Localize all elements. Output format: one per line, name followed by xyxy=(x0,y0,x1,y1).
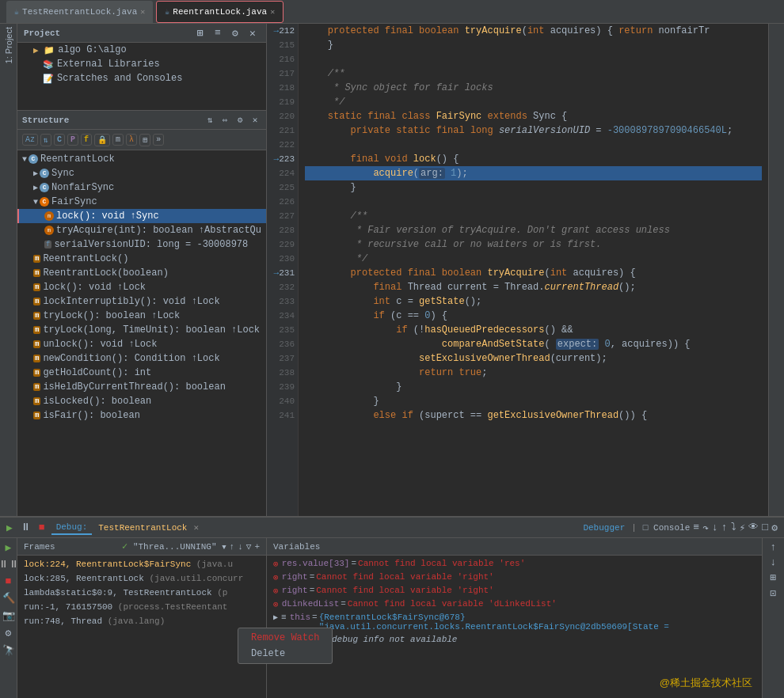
struct-reentrantlock[interactable]: ▼ C ReentrantLock xyxy=(17,152,266,166)
tab-test-reentrant[interactable]: ☕ TestReentrantLock.java ✕ xyxy=(6,1,153,23)
frame-down-btn[interactable]: ↓ xyxy=(238,542,243,552)
filter-more[interactable]: » xyxy=(153,134,164,146)
frame-item-4[interactable]: run:748, Thread (java.lang) xyxy=(17,613,266,627)
debug-step-into[interactable]: ↓ xyxy=(712,522,718,533)
filter-f[interactable]: f xyxy=(81,134,92,146)
step-pause-btn[interactable]: ⏸⏸ xyxy=(0,559,19,571)
filter-expand[interactable]: ⊞ xyxy=(139,134,150,146)
debug-session-close[interactable]: ✕ xyxy=(193,522,199,533)
frame-thread-dropdown[interactable]: ✓ "Threa...UNNING" ▼ xyxy=(122,541,226,552)
struct-label: Sync xyxy=(51,168,74,179)
struct-sort-icon[interactable]: ⇅ xyxy=(204,115,216,125)
context-menu: Remove Watch Delete xyxy=(238,628,333,664)
frame-item-2[interactable]: lambda$static$0:9, TestReentrantLock (p xyxy=(17,584,266,598)
struct-lock-pub[interactable]: m lock(): void ↑Lock xyxy=(17,280,266,294)
frame-item-1[interactable]: lock:285, ReentrantLock (java.util.concu… xyxy=(17,570,266,584)
struct-label: ReentrantLock xyxy=(40,154,115,165)
struct-fairsync[interactable]: ▼ C FairSync xyxy=(17,195,266,209)
struct-label: lockInterruptibly(): void ↑Lock xyxy=(43,296,219,307)
project-settings-icon[interactable]: ⚙ xyxy=(228,27,242,40)
project-expand-icon[interactable]: ⊞ xyxy=(193,27,207,40)
debug-stop-btn[interactable]: ■ xyxy=(39,522,45,533)
stop-btn[interactable]: ■ xyxy=(6,575,12,587)
context-remove-watch[interactable]: Remove Watch xyxy=(238,630,332,646)
expand-arrow-var[interactable]: ▶ xyxy=(273,613,278,622)
tab-test-close[interactable]: ✕ xyxy=(140,7,145,17)
context-delete[interactable]: Delete xyxy=(238,646,332,662)
structure-toolbar: Structure ⇅ ⇔ ⚙ ✕ xyxy=(17,111,266,130)
filter-p[interactable]: P xyxy=(67,134,78,146)
filter-sort-alpha[interactable]: Az xyxy=(22,134,38,146)
filter-c[interactable]: C xyxy=(54,134,65,146)
frame-item-3[interactable]: run:-1, 716157500 (process.TestReentant xyxy=(17,598,266,613)
struct-islocked[interactable]: m isLocked(): boolean xyxy=(17,394,266,408)
struct-tryacquire[interactable]: m tryAcquire(int): boolean ↑AbstractQu xyxy=(17,223,266,237)
project-algo-item[interactable]: ▶ 📁 algo G:\algo xyxy=(17,43,266,57)
code-lines[interactable]: protected final boolean tryAcquire(int a… xyxy=(299,24,768,516)
debug-tool-1[interactable]: ≡ xyxy=(693,522,699,533)
struct-lockinterruptibly[interactable]: m lockInterruptibly(): void ↑Lock xyxy=(17,294,266,309)
debug-pause-btn[interactable]: ⏸ xyxy=(21,522,31,533)
struct-unlock[interactable]: m unlock(): void ↑Lock xyxy=(17,337,266,351)
struct-newcondition[interactable]: m newCondition(): Condition ↑Lock xyxy=(17,351,266,366)
struct-lock-method[interactable]: m lock(): void ↑Sync xyxy=(17,209,266,223)
line-num-232: 232 xyxy=(270,280,295,294)
struct-sync[interactable]: ▶ C Sync xyxy=(17,166,266,180)
project-collapse-icon[interactable]: ≡ xyxy=(211,27,225,39)
filter-v[interactable]: λ xyxy=(126,134,137,146)
struct-filter-icon[interactable]: ⇔ xyxy=(219,115,231,125)
frame-add-btn[interactable]: + xyxy=(254,542,260,552)
tab-reentrant-close[interactable]: ✕ xyxy=(270,7,275,17)
struct-reentrantlock-ctor2[interactable]: m ReentrantLock(boolean) xyxy=(17,266,266,280)
debug-watch[interactable]: 👁 xyxy=(748,522,759,533)
project-ext-libraries[interactable]: 📚 External Libraries xyxy=(17,57,266,71)
debug-right-btns: ↑ ↓ ⊞ ⊡ xyxy=(762,538,784,698)
line-num-215: 215 xyxy=(270,38,295,52)
debug-settings[interactable]: ⚙ xyxy=(771,522,778,534)
project-close-icon[interactable]: ✕ xyxy=(245,27,260,40)
debug-step-out[interactable]: ↑ xyxy=(721,522,728,533)
debug-heap[interactable]: □ xyxy=(762,522,768,533)
project-title: Project xyxy=(24,28,60,38)
frame-item-0[interactable]: lock:224, ReentrantLock$FairSync (java.u xyxy=(17,556,266,570)
struct-close-icon[interactable]: ✕ xyxy=(249,115,261,125)
tab-reentrant-lock[interactable]: ☕ ReentrantLock.java ✕ xyxy=(156,1,284,23)
tab-reentrant-label: ReentrantLock.java xyxy=(173,7,267,17)
project-side-label[interactable]: 1: Project xyxy=(4,27,13,63)
frame-up-btn[interactable]: ↑ xyxy=(230,542,235,552)
struct-getholdcount[interactable]: m getHoldCount(): int xyxy=(17,366,266,380)
settings2-btn[interactable]: ⚙ xyxy=(6,627,12,639)
console-tab-btn[interactable]: □ Console xyxy=(643,523,690,533)
struct-trylock2[interactable]: m tryLock(long, TimeUnit): boolean ↑Lock xyxy=(17,323,266,337)
debug-resume-btn[interactable]: ▶ xyxy=(6,522,13,534)
struct-nonfairsync[interactable]: ▶ C NonfairSync xyxy=(17,180,266,195)
build-btn[interactable]: 🔨 xyxy=(2,592,15,605)
struct-reentrantlock-ctor[interactable]: m ReentrantLock() xyxy=(17,252,266,266)
project-scratches[interactable]: 📝 Scratches and Consoles xyxy=(17,71,266,85)
filter-sort-type[interactable]: ⇅ xyxy=(40,134,51,146)
struct-settings-icon[interactable]: ⚙ xyxy=(234,115,246,125)
expand-arrow: ▶ xyxy=(33,169,38,178)
resume-btn[interactable]: ▶ xyxy=(6,541,12,554)
debugger-tab-btn[interactable]: Debugger xyxy=(583,523,625,533)
error-circle-icon: ⊗ xyxy=(273,559,279,569)
debug-eval[interactable]: ⚡ xyxy=(740,522,746,534)
struct-trylock[interactable]: m tryLock(): boolean ↑Lock xyxy=(17,309,266,323)
debug-right-btn2[interactable]: ↓ xyxy=(771,556,777,568)
camera-btn[interactable]: 📷 xyxy=(2,609,15,622)
struct-isfair[interactable]: m isFair(): boolean xyxy=(17,408,266,423)
debug-right-btn3[interactable]: ⊞ xyxy=(771,571,777,584)
code-line-215: } xyxy=(305,38,762,52)
var-item-3: ⊗ dLinkedList = Cannot find local variab… xyxy=(267,597,762,611)
struct-isheldbycurrentthread[interactable]: m isHeldByCurrentThread(): boolean xyxy=(17,380,266,394)
m-badge: m xyxy=(33,397,40,405)
debug-right-btn1[interactable]: ↑ xyxy=(771,541,777,553)
filter-lock[interactable]: 🔒 xyxy=(94,134,110,146)
frame-filter-btn[interactable]: ▽ xyxy=(246,541,252,552)
binoculars-btn[interactable]: 🔭 xyxy=(2,644,15,657)
debug-run-cursor[interactable]: ⤵ xyxy=(731,522,736,533)
debug-step-over[interactable]: ↷ xyxy=(702,522,709,534)
filter-m[interactable]: m xyxy=(112,134,124,146)
debug-right-btn4[interactable]: ⊡ xyxy=(771,587,777,600)
struct-serialversionuid[interactable]: f serialVersionUID: long = -30008978 xyxy=(17,237,266,252)
